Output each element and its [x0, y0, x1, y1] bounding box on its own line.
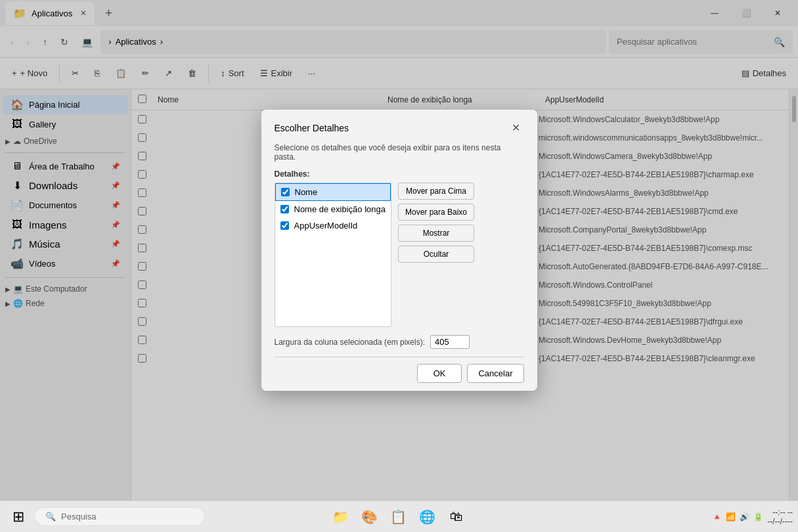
cancel-button[interactable]: Cancelar: [467, 364, 523, 383]
taskbar-right-area: 🔺 📶 🔊 🔋 --:-- -- --/--/----: [712, 508, 793, 526]
store-icon: 🛍: [450, 509, 463, 524]
pixel-label: Largura da coluna selecionada (em pixels…: [275, 338, 425, 347]
details-row: Nome Nome de exibição longa AppUserModel…: [275, 183, 524, 327]
detail-checkbox-nome[interactable]: [281, 188, 290, 196]
wifi-icon[interactable]: 📶: [726, 512, 736, 521]
modal-header: Escolher Detalhes ✕: [261, 110, 537, 141]
clock-date: --/--/----: [767, 517, 793, 526]
modal-title: Escolher Detalhes: [275, 123, 349, 133]
move-down-button[interactable]: Mover para Baixo: [398, 204, 474, 221]
notification-icon[interactable]: 🔺: [712, 512, 722, 521]
pixel-width-row: Largura da coluna selecionada (em pixels…: [275, 335, 524, 349]
modal-body: Detalhes: Nome Nome de exibição longa Ap…: [261, 169, 537, 327]
modal-close-button[interactable]: ✕: [508, 120, 524, 135]
taskbar: ⊞ 🔍 Pesquisa 📁 🎨 📋 🌐 🛍 🔺 📶 🔊 🔋 --:-- --: [0, 500, 798, 532]
battery-icon[interactable]: 🔋: [753, 512, 763, 521]
taskbar-icon-fileexplorer[interactable]: 📁: [328, 504, 354, 530]
taskview-icon: 📋: [390, 509, 407, 525]
start-button[interactable]: ⊞: [5, 504, 32, 530]
modal-description: Selecione os detalhes que você deseja ex…: [261, 141, 537, 169]
modal-action-buttons: OK Cancelar: [275, 364, 524, 383]
modal-footer: Largura da coluna selecionada (em pixels…: [261, 327, 537, 391]
show-button[interactable]: Mostrar: [398, 225, 474, 242]
ok-button[interactable]: OK: [417, 364, 462, 383]
taskbar-search[interactable]: 🔍 Pesquisa: [34, 507, 205, 526]
palette-icon: 🎨: [361, 509, 378, 525]
detail-item-appid[interactable]: AppUserModelId: [275, 217, 391, 234]
taskbar-search-label: Pesquisa: [61, 512, 96, 521]
taskbar-icon-palette[interactable]: 🎨: [357, 504, 383, 530]
taskbar-icon-store[interactable]: 🛍: [443, 504, 470, 530]
detail-item-display[interactable]: Nome de exibição longa: [275, 201, 391, 217]
move-up-button[interactable]: Mover para Cima: [398, 183, 474, 200]
details-list[interactable]: Nome Nome de exibição longa AppUserModel…: [275, 183, 391, 327]
hide-button[interactable]: Ocultar: [398, 246, 474, 263]
taskbar-clock[interactable]: --:-- -- --/--/----: [767, 508, 793, 526]
detail-item-nome[interactable]: Nome: [275, 183, 391, 201]
edge-icon: 🌐: [419, 509, 435, 525]
detail-label-appid: AppUserModelId: [294, 221, 358, 231]
detail-label-nome: Nome: [295, 187, 318, 197]
pixel-width-input[interactable]: [430, 335, 470, 349]
taskbar-search-icon: 🔍: [45, 512, 56, 521]
detail-label-display: Nome de exibição longa: [294, 204, 386, 214]
taskbar-system-icons: 🔺 📶 🔊 🔋: [712, 512, 763, 521]
taskbar-icon-browser[interactable]: 🌐: [414, 504, 441, 530]
modal-overlay: Escolher Detalhes ✕ Selecione os detalhe…: [0, 0, 798, 500]
taskbar-icon-taskview[interactable]: 📋: [386, 504, 412, 530]
fileexplorer-icon: 📁: [332, 509, 349, 525]
volume-icon[interactable]: 🔊: [740, 512, 749, 521]
detail-checkbox-display[interactable]: [280, 205, 289, 213]
divider: [275, 357, 524, 357]
detail-checkbox-appid[interactable]: [280, 221, 289, 230]
clock-time: --:-- --: [767, 508, 793, 517]
choose-details-modal: Escolher Detalhes ✕ Selecione os detalhe…: [261, 110, 537, 391]
start-icon: ⊞: [12, 508, 24, 525]
taskbar-app-icons: 📁 🎨 📋 🌐 🛍: [328, 504, 470, 530]
modal-side-buttons: Mover para Cima Mover para Baixo Mostrar…: [398, 183, 474, 263]
details-section-label: Detalhes:: [275, 169, 524, 179]
